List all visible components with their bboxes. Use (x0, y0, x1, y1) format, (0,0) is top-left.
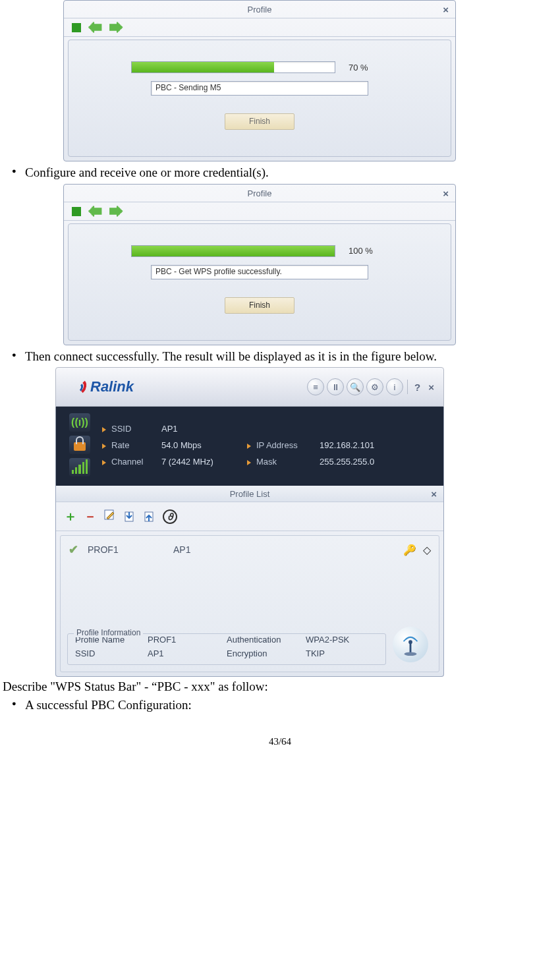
channel-value: 7 (2442 MHz) (161, 457, 247, 467)
remove-profile-icon[interactable]: － (84, 507, 97, 525)
dialog-titlebar: Profile × (64, 1, 455, 18)
search-icon[interactable]: 🔍 (347, 378, 364, 395)
active-check-icon: ✔ (69, 542, 78, 557)
info-auth-label: Authentication (227, 635, 306, 645)
forward-arrow-icon[interactable]: 🡆 (109, 23, 123, 32)
app-toolbar: ≡ ⏸ 🔍 ⚙ i ? × (307, 378, 437, 395)
forward-arrow-icon[interactable]: 🡆 (109, 207, 123, 216)
rate-value: 54.0 Mbps (161, 440, 247, 450)
ssid-label: SSID (102, 424, 161, 434)
dialog-title: Profile (248, 5, 272, 14)
rate-label: Rate (102, 440, 161, 450)
signal-strength-icon (69, 458, 90, 476)
security-lock-icon (69, 436, 90, 454)
close-icon[interactable]: × (431, 488, 437, 500)
profile-dialog-1: Profile × 🡄 🡆 70 % PBC - Sending M5 Fini… (63, 0, 456, 161)
doc-paragraph: Describe "WPS Status Bar" - “PBC - xxx" … (3, 679, 555, 694)
profile-list-body: ✔ PROF1 AP1 🔑 ◇ Profile Information Prof… (60, 535, 439, 672)
wps-status-field: PBC - Sending M5 (151, 81, 368, 96)
dialog-title: Profile (248, 188, 272, 198)
pause-icon[interactable]: ⏸ (327, 378, 344, 395)
info-enc-value: TKIP (306, 649, 372, 658)
app-logo: Ralink (63, 378, 134, 395)
progress-label: 70 % (349, 63, 388, 72)
toolbar-separator (407, 380, 408, 394)
doc-bullet: Then connect successfully. The result wi… (3, 348, 557, 365)
progress-bar (131, 61, 335, 73)
ip-value: 192.168.2.101 (320, 440, 405, 450)
gear-icon[interactable]: ⚙ (366, 378, 383, 395)
key-icon: 🔑 (403, 544, 416, 556)
back-arrow-icon[interactable]: 🡄 (88, 23, 102, 32)
mask-value: 255.255.255.0 (320, 457, 405, 467)
profile-list-title: Profile List (230, 489, 270, 499)
info-ssid-value: AP1 (148, 649, 227, 658)
dialog-toolbar: 🡄 🡆 (64, 18, 455, 37)
page-number: 43/64 (3, 736, 557, 754)
progress-fill (132, 62, 274, 72)
svg-point-3 (408, 641, 412, 645)
dialog-body: 70 % PBC - Sending M5 Finish (68, 40, 451, 157)
doc-bullet: A successful PBC Configuration: (3, 697, 557, 714)
profile-info-legend: Profile Information (74, 628, 143, 637)
profile-row-ap: AP1 (173, 544, 403, 555)
brand-text: Ralink (90, 378, 134, 395)
profile-list-titlebar: Profile List × (56, 486, 443, 502)
info-icon[interactable]: i (386, 378, 403, 395)
progress-fill (132, 246, 335, 256)
wps-status-field: PBC - Get WPS profile successfully. (151, 265, 368, 279)
doc-bullet: Configure and receive one or more creden… (3, 164, 557, 181)
dialog-titlebar: Profile × (64, 185, 455, 202)
dialog-body: 100 % PBC - Get WPS profile successfully… (68, 223, 451, 341)
dialog-toolbar: 🡄 🡆 (64, 202, 455, 221)
ip-label: IP Address (247, 440, 320, 450)
profile-list-toolbar: ＋ － ϑ (56, 502, 443, 531)
ssid-value: AP1 (161, 424, 247, 434)
info-enc-label: Encryption (227, 649, 306, 658)
profile-info-box: Profile Information Profile Name PROF1 A… (67, 629, 432, 665)
config-icon: ◇ (423, 544, 431, 556)
close-icon[interactable]: × (443, 4, 449, 15)
back-arrow-icon[interactable]: 🡄 (88, 207, 102, 216)
svg-point-4 (405, 652, 417, 656)
stop-icon[interactable] (72, 23, 81, 32)
finish-button[interactable]: Finish (225, 113, 294, 130)
profile-list-panel: Profile List × ＋ － ϑ (55, 486, 444, 677)
stop-icon[interactable] (72, 207, 81, 216)
antenna-icon (393, 627, 428, 662)
wireless-on-icon: ((ı)) (69, 413, 90, 432)
info-ssid-label: SSID (75, 649, 148, 658)
wps-icon[interactable]: ϑ (163, 509, 177, 524)
import-profile-icon[interactable] (123, 510, 136, 523)
finish-button[interactable]: Finish (225, 297, 294, 314)
logo-swoosh-icon (63, 378, 86, 395)
profile-row-name: PROF1 (88, 544, 173, 555)
profile-dialog-2: Profile × 🡄 🡆 100 % PBC - Get WPS profil… (63, 184, 456, 345)
close-icon[interactable]: × (426, 382, 437, 393)
progress-bar (131, 245, 335, 257)
ralink-app: Ralink ≡ ⏸ 🔍 ⚙ i ? × ((ı)) (55, 367, 444, 677)
export-profile-icon[interactable] (143, 510, 156, 523)
help-icon[interactable]: ? (412, 382, 423, 393)
list-icon[interactable]: ≡ (307, 378, 324, 395)
profile-row[interactable]: ✔ PROF1 AP1 🔑 ◇ (61, 536, 439, 563)
edit-profile-icon[interactable] (103, 508, 117, 525)
channel-label: Channel (102, 457, 161, 467)
add-profile-icon[interactable]: ＋ (64, 507, 77, 525)
app-header: Ralink ≡ ⏸ 🔍 ⚙ i ? × (55, 367, 444, 407)
status-panel: ((ı)) SSID AP1 Rate 54.0 Mbps IP Address (55, 407, 444, 486)
mask-label: Mask (247, 457, 320, 467)
progress-label: 100 % (349, 246, 388, 256)
close-icon[interactable]: × (443, 188, 449, 199)
info-auth-value: WPA2-PSK (306, 635, 372, 645)
info-profile-name-value: PROF1 (148, 635, 227, 645)
